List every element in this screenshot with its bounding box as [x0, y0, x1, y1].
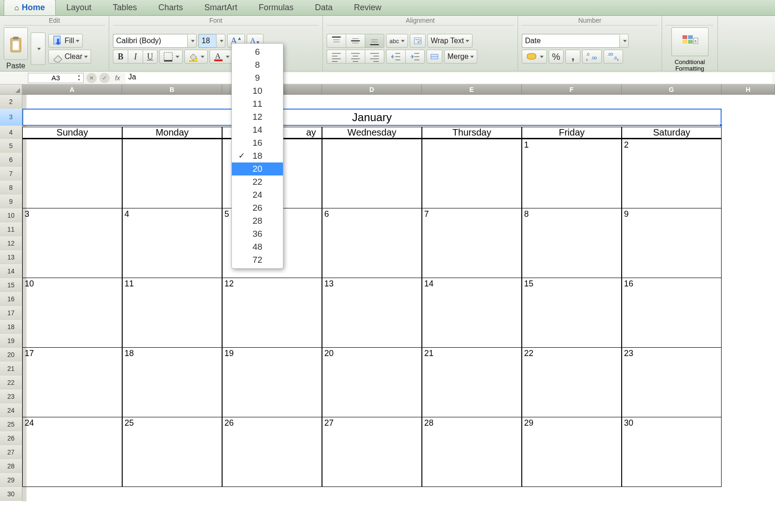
calendar-cell[interactable]	[322, 139, 422, 208]
calendar-cell[interactable]: 18	[122, 348, 222, 417]
name-box[interactable]: A3 ▲▼	[28, 73, 84, 83]
font-size-option[interactable]: 6	[232, 45, 283, 58]
currency-button[interactable]	[522, 50, 547, 64]
font-size-option[interactable]: 14	[232, 123, 283, 136]
font-size-option[interactable]: 16	[232, 136, 283, 149]
halign-left-button[interactable]	[327, 50, 346, 64]
calendar-cell[interactable]: 6	[322, 208, 422, 278]
font-size-option[interactable]: 11	[232, 97, 283, 110]
calendar-cell[interactable]: 13	[322, 278, 422, 348]
calendar-cell[interactable]: 21	[422, 348, 522, 417]
calendar-cell[interactable]: 3	[22, 208, 122, 278]
calendar-cell[interactable]: 2	[622, 139, 722, 208]
font-size-option[interactable]: 8	[232, 58, 283, 71]
fx-button[interactable]: fx	[112, 73, 123, 83]
tab-smartart[interactable]: SmartArt	[194, 0, 248, 15]
confirm-button[interactable]: ✓	[99, 73, 110, 83]
italic-button[interactable]: I	[128, 50, 143, 64]
calendar-cell[interactable]	[422, 139, 522, 208]
row-header[interactable]: 28	[0, 459, 22, 473]
row-header[interactable]: 21	[0, 362, 22, 376]
calendar-cell[interactable]: 22	[522, 348, 622, 417]
col-header[interactable]: F	[522, 84, 622, 95]
increase-indent-button[interactable]	[405, 50, 425, 64]
valign-bottom-button[interactable]	[365, 34, 384, 48]
col-header[interactable]: E	[422, 84, 522, 95]
row-header[interactable]: 23	[0, 389, 22, 403]
select-all-corner[interactable]	[0, 84, 22, 95]
font-size-option[interactable]: 9	[232, 71, 283, 84]
calendar-cell[interactable]: 11	[122, 278, 222, 348]
font-size-option[interactable]: 10	[232, 84, 283, 97]
col-header[interactable]: G	[622, 84, 722, 95]
calendar-cell[interactable]: 17	[22, 348, 122, 417]
wrap-text-button[interactable]: Wrap Text	[427, 34, 473, 48]
fill-color-button[interactable]	[184, 50, 208, 64]
row-header[interactable]: 7	[0, 167, 22, 181]
clear-button[interactable]: Clear	[48, 50, 91, 64]
bold-button[interactable]: B	[113, 50, 128, 64]
row-header[interactable]: 14	[0, 264, 22, 278]
font-size-combo[interactable]	[198, 34, 225, 48]
row-header[interactable]: 2	[0, 95, 22, 109]
row-header[interactable]: 22	[0, 376, 22, 389]
calendar-cell[interactable]: 8	[522, 208, 622, 278]
halign-right-button[interactable]	[365, 50, 384, 64]
font-size-dropdown[interactable]	[216, 34, 225, 48]
calendar-cell[interactable]: 9	[622, 208, 722, 278]
row-header[interactable]: 8	[0, 181, 22, 195]
calendar-cell[interactable]: 14	[422, 278, 522, 348]
selection-handle[interactable]	[719, 123, 722, 127]
row-header[interactable]: 10	[0, 208, 22, 222]
calendar-cell[interactable]: 1	[522, 139, 622, 208]
paste-dropdown[interactable]	[31, 32, 46, 65]
tab-data[interactable]: Data	[304, 0, 343, 15]
row-header[interactable]: 11	[0, 222, 22, 236]
row-header[interactable]: 25	[0, 417, 22, 431]
calendar-cell[interactable]: 12	[222, 278, 322, 348]
row-header[interactable]: 6	[0, 153, 22, 167]
fill-button[interactable]: Fill	[48, 34, 83, 48]
calendar-cell[interactable]: 23	[622, 348, 722, 417]
row-header[interactable]: 18	[0, 320, 22, 334]
calendar-cell[interactable]	[122, 139, 222, 208]
number-format-input[interactable]	[522, 34, 619, 48]
comma-button[interactable]: ,	[565, 50, 580, 64]
col-header[interactable]: H	[722, 84, 775, 95]
font-size-option[interactable]: 26	[232, 201, 283, 214]
font-color-button[interactable]: A	[210, 50, 233, 64]
calendar-cell[interactable]: 27	[322, 417, 422, 487]
row-header[interactable]: 13	[0, 250, 22, 264]
row-header[interactable]: 15	[0, 278, 22, 292]
number-format-dropdown[interactable]	[619, 34, 629, 48]
calendar-cell[interactable]: 30	[622, 417, 722, 487]
row-header[interactable]: 29	[0, 473, 22, 487]
row-header[interactable]: 12	[0, 236, 22, 250]
conditional-formatting-button[interactable]: ≤	[671, 27, 709, 56]
underline-button[interactable]: U	[143, 50, 158, 64]
decrease-indent-button[interactable]	[386, 50, 405, 64]
calendar-cell[interactable]: 26	[222, 417, 322, 487]
calendar-cell[interactable]: 10	[22, 278, 122, 348]
font-size-option[interactable]: 18	[232, 149, 283, 162]
tab-formulas[interactable]: Formulas	[248, 0, 304, 15]
valign-top-button[interactable]	[327, 34, 346, 48]
font-size-dropdown-menu[interactable]: 6891011121416182022242628364872	[231, 43, 283, 269]
font-size-option[interactable]: 20	[232, 162, 283, 175]
percent-button[interactable]: %	[549, 50, 564, 64]
font-size-option[interactable]: 24	[232, 188, 283, 201]
row-header[interactable]: 19	[0, 334, 22, 348]
calendar-cell[interactable]: 24	[22, 417, 122, 487]
row-header[interactable]: 26	[0, 431, 22, 445]
number-format-combo[interactable]	[522, 34, 629, 48]
merge-button[interactable]: Merge	[444, 50, 477, 64]
row-header[interactable]: 4	[0, 126, 22, 139]
font-size-option[interactable]: 36	[232, 227, 283, 240]
calendar-cell[interactable]: 16	[622, 278, 722, 348]
row-header[interactable]: 30	[0, 487, 22, 501]
col-header[interactable]: A	[22, 84, 122, 95]
font-size-option[interactable]: 28	[232, 214, 283, 227]
orientation-button[interactable]: abc	[386, 34, 408, 48]
tab-layout[interactable]: Layout	[56, 0, 102, 15]
increase-decimal-button[interactable]: .0.00	[582, 50, 602, 64]
